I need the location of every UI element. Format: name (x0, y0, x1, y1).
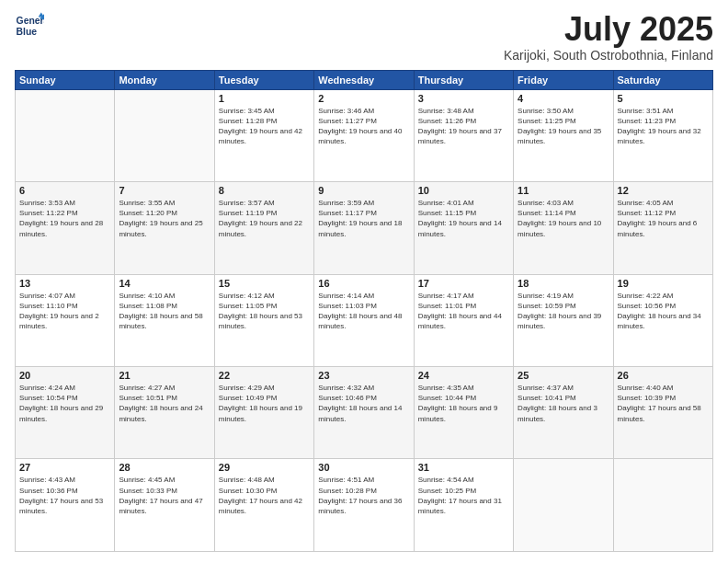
day-info: Sunrise: 3:59 AMSunset: 11:17 PMDaylight… (318, 198, 409, 239)
day-info: Sunrise: 4:32 AMSunset: 10:46 PMDaylight… (318, 383, 409, 424)
day-info: Sunrise: 4:51 AMSunset: 10:28 PMDaylight… (318, 475, 409, 516)
calendar-day-cell: 2Sunrise: 3:46 AMSunset: 11:27 PMDayligh… (314, 89, 414, 181)
day-info: Sunrise: 4:43 AMSunset: 10:36 PMDaylight… (19, 475, 110, 516)
day-info: Sunrise: 4:03 AMSunset: 11:14 PMDaylight… (518, 198, 609, 239)
day-number: 14 (119, 278, 210, 289)
day-number: 27 (19, 462, 110, 473)
calendar-day-cell: 18Sunrise: 4:19 AMSunset: 10:59 PMDaylig… (514, 274, 613, 366)
day-number: 10 (418, 185, 509, 196)
calendar-day-cell: 14Sunrise: 4:10 AMSunset: 11:08 PMDaylig… (115, 274, 214, 366)
calendar-week-row: 27Sunrise: 4:43 AMSunset: 10:36 PMDaylig… (16, 459, 713, 552)
calendar-week-row: 6Sunrise: 3:53 AMSunset: 11:22 PMDayligh… (16, 182, 713, 274)
day-number: 9 (318, 185, 409, 196)
day-number: 5 (618, 93, 709, 104)
calendar-day-cell: 22Sunrise: 4:29 AMSunset: 10:49 PMDaylig… (214, 367, 313, 459)
calendar-day-cell: 24Sunrise: 4:35 AMSunset: 10:44 PMDaylig… (414, 367, 513, 459)
calendar-day-cell: 15Sunrise: 4:12 AMSunset: 11:05 PMDaylig… (214, 274, 313, 366)
location-title: Karijoki, South Ostrobothnia, Finland (504, 48, 713, 63)
day-info: Sunrise: 4:54 AMSunset: 10:25 PMDaylight… (418, 475, 509, 516)
day-info: Sunrise: 3:50 AMSunset: 11:25 PMDaylight… (518, 106, 609, 147)
calendar-day-cell: 27Sunrise: 4:43 AMSunset: 10:36 PMDaylig… (16, 459, 115, 552)
day-info: Sunrise: 4:07 AMSunset: 11:10 PMDaylight… (19, 291, 110, 332)
day-info: Sunrise: 4:05 AMSunset: 11:12 PMDaylight… (618, 198, 709, 239)
calendar-day-cell: 19Sunrise: 4:22 AMSunset: 10:56 PMDaylig… (613, 274, 712, 366)
calendar-day-cell: 5Sunrise: 3:51 AMSunset: 11:23 PMDayligh… (613, 89, 712, 181)
calendar-day-cell: 20Sunrise: 4:24 AMSunset: 10:54 PMDaylig… (16, 367, 115, 459)
calendar-day-cell (115, 89, 214, 181)
logo: General Blue (15, 11, 44, 40)
day-number: 4 (518, 93, 609, 104)
day-info: Sunrise: 3:46 AMSunset: 11:27 PMDaylight… (318, 106, 409, 147)
day-info: Sunrise: 3:55 AMSunset: 11:20 PMDaylight… (119, 198, 210, 239)
day-number: 31 (418, 462, 509, 473)
calendar-week-row: 1Sunrise: 3:45 AMSunset: 11:28 PMDayligh… (16, 89, 713, 181)
day-number: 26 (618, 370, 709, 381)
calendar-day-cell: 23Sunrise: 4:32 AMSunset: 10:46 PMDaylig… (314, 367, 414, 459)
calendar-day-cell: 26Sunrise: 4:40 AMSunset: 10:39 PMDaylig… (613, 367, 712, 459)
calendar-day-cell (16, 89, 115, 181)
day-info: Sunrise: 3:45 AMSunset: 11:28 PMDaylight… (219, 106, 310, 147)
day-number: 7 (119, 185, 210, 196)
calendar-day-cell: 28Sunrise: 4:45 AMSunset: 10:33 PMDaylig… (115, 459, 214, 552)
calendar-day-cell: 7Sunrise: 3:55 AMSunset: 11:20 PMDayligh… (115, 182, 214, 274)
day-info: Sunrise: 4:22 AMSunset: 10:56 PMDaylight… (618, 291, 709, 332)
svg-text:Blue: Blue (17, 27, 38, 37)
day-number: 24 (418, 370, 509, 381)
calendar-day-cell: 17Sunrise: 4:17 AMSunset: 11:01 PMDaylig… (414, 274, 513, 366)
calendar-day-cell: 25Sunrise: 4:37 AMSunset: 10:41 PMDaylig… (514, 367, 613, 459)
day-number: 23 (318, 370, 409, 381)
day-info: Sunrise: 4:40 AMSunset: 10:39 PMDaylight… (618, 383, 709, 424)
day-number: 2 (318, 93, 409, 104)
day-info: Sunrise: 3:48 AMSunset: 11:26 PMDaylight… (418, 106, 509, 147)
calendar-day-cell: 10Sunrise: 4:01 AMSunset: 11:15 PMDaylig… (414, 182, 513, 274)
day-number: 11 (518, 185, 609, 196)
calendar-day-cell: 1Sunrise: 3:45 AMSunset: 11:28 PMDayligh… (214, 89, 313, 181)
day-info: Sunrise: 4:29 AMSunset: 10:49 PMDaylight… (219, 383, 310, 424)
calendar-day-cell: 3Sunrise: 3:48 AMSunset: 11:26 PMDayligh… (414, 89, 513, 181)
calendar-week-row: 13Sunrise: 4:07 AMSunset: 11:10 PMDaylig… (16, 274, 713, 366)
calendar-day-cell: 31Sunrise: 4:54 AMSunset: 10:25 PMDaylig… (414, 459, 513, 552)
calendar-day-cell: 21Sunrise: 4:27 AMSunset: 10:51 PMDaylig… (115, 367, 214, 459)
day-of-week-header: Tuesday (214, 70, 313, 89)
day-info: Sunrise: 4:35 AMSunset: 10:44 PMDaylight… (418, 383, 509, 424)
day-info: Sunrise: 4:48 AMSunset: 10:30 PMDaylight… (219, 475, 310, 516)
day-number: 12 (618, 185, 709, 196)
day-number: 22 (219, 370, 310, 381)
logo-icon: General Blue (15, 11, 44, 40)
day-of-week-header: Wednesday (314, 70, 414, 89)
day-info: Sunrise: 4:17 AMSunset: 11:01 PMDaylight… (418, 291, 509, 332)
calendar-day-cell (613, 459, 712, 552)
calendar-day-cell: 13Sunrise: 4:07 AMSunset: 11:10 PMDaylig… (16, 274, 115, 366)
day-number: 1 (219, 93, 310, 104)
calendar-day-cell: 29Sunrise: 4:48 AMSunset: 10:30 PMDaylig… (214, 459, 313, 552)
svg-text:General: General (17, 16, 44, 26)
day-info: Sunrise: 4:01 AMSunset: 11:15 PMDaylight… (418, 198, 509, 239)
day-number: 28 (119, 462, 210, 473)
calendar-page: General Blue July 2025 Karijoki, South O… (0, 0, 728, 563)
day-info: Sunrise: 3:51 AMSunset: 11:23 PMDaylight… (618, 106, 709, 147)
calendar-day-cell: 8Sunrise: 3:57 AMSunset: 11:19 PMDayligh… (214, 182, 313, 274)
header: General Blue July 2025 Karijoki, South O… (15, 11, 713, 63)
day-info: Sunrise: 4:10 AMSunset: 11:08 PMDaylight… (119, 291, 210, 332)
month-title: July 2025 (504, 11, 713, 48)
calendar-day-cell (514, 459, 613, 552)
day-number: 25 (518, 370, 609, 381)
day-info: Sunrise: 3:57 AMSunset: 11:19 PMDaylight… (219, 198, 310, 239)
day-number: 17 (418, 278, 509, 289)
day-of-week-header: Saturday (613, 70, 712, 89)
day-number: 18 (518, 278, 609, 289)
day-of-week-header: Thursday (414, 70, 513, 89)
calendar-header-row: SundayMondayTuesdayWednesdayThursdayFrid… (16, 70, 713, 89)
calendar-day-cell: 9Sunrise: 3:59 AMSunset: 11:17 PMDayligh… (314, 182, 414, 274)
calendar-table: SundayMondayTuesdayWednesdayThursdayFrid… (15, 70, 713, 552)
day-info: Sunrise: 4:12 AMSunset: 11:05 PMDaylight… (219, 291, 310, 332)
calendar-day-cell: 12Sunrise: 4:05 AMSunset: 11:12 PMDaylig… (613, 182, 712, 274)
day-number: 15 (219, 278, 310, 289)
day-info: Sunrise: 3:53 AMSunset: 11:22 PMDaylight… (19, 198, 110, 239)
day-number: 21 (119, 370, 210, 381)
day-info: Sunrise: 4:45 AMSunset: 10:33 PMDaylight… (119, 475, 210, 516)
day-of-week-header: Sunday (16, 70, 115, 89)
day-number: 8 (219, 185, 310, 196)
day-of-week-header: Friday (514, 70, 613, 89)
day-number: 19 (618, 278, 709, 289)
